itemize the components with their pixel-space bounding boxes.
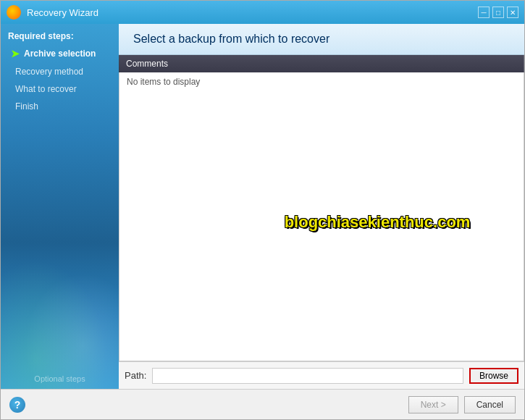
right-panel: Select a backup from which to recover Co… (119, 24, 524, 389)
recovery-wizard-window: Recovery Wizard ─ □ ✕ Required steps: ➤ … (0, 0, 525, 420)
path-bar: Path: Browse (119, 361, 524, 389)
sidebar: Required steps: ➤ Archive selection Reco… (1, 24, 119, 389)
table-header-row: Comments (119, 55, 524, 72)
content-wrapper: Comments No items to display blogchiasek… (119, 55, 524, 389)
footer-right: Next > Cancel (408, 396, 516, 413)
path-input[interactable] (152, 368, 463, 384)
cancel-button[interactable]: Cancel (464, 396, 516, 413)
maximize-button[interactable]: □ (492, 7, 504, 18)
close-button[interactable]: ✕ (507, 7, 518, 18)
sidebar-item-label: What to recover (15, 84, 77, 94)
sidebar-item-label: Finish (15, 101, 38, 112)
sidebar-optional-label: Optional steps (1, 374, 119, 383)
sidebar-item-archive-selection[interactable]: ➤ Archive selection (1, 44, 119, 63)
panel-title: Select a backup from which to recover (133, 33, 510, 46)
comments-column-header: Comments (119, 55, 524, 72)
sidebar-item-label: Recovery method (15, 67, 83, 77)
app-icon (7, 5, 21, 20)
help-button[interactable]: ? (9, 397, 25, 413)
main-content: Required steps: ➤ Archive selection Reco… (1, 24, 524, 389)
sidebar-item-what-to-recover[interactable]: What to recover (1, 80, 119, 98)
sidebar-item-recovery-method[interactable]: Recovery method (1, 63, 119, 80)
table-body: No items to display (119, 72, 524, 361)
browse-button[interactable]: Browse (469, 368, 518, 384)
footer: ? Next > Cancel (1, 389, 524, 419)
sidebar-item-finish[interactable]: Finish (1, 98, 119, 115)
panel-header: Select a backup from which to recover (119, 24, 524, 55)
next-button[interactable]: Next > (408, 396, 458, 413)
archive-selection-icon: ➤ (11, 48, 20, 59)
window-controls: ─ □ ✕ (478, 7, 518, 18)
empty-message: No items to display (119, 72, 524, 91)
sidebar-item-label: Archive selection (24, 49, 96, 59)
sidebar-section-label: Required steps: (1, 24, 119, 44)
table-area: Comments No items to display (119, 55, 524, 361)
window-title: Recovery Wizard (27, 7, 478, 18)
minimize-button[interactable]: ─ (478, 7, 490, 18)
path-label: Path: (125, 370, 146, 381)
footer-left: ? (9, 397, 25, 413)
title-bar: Recovery Wizard ─ □ ✕ (1, 1, 524, 24)
